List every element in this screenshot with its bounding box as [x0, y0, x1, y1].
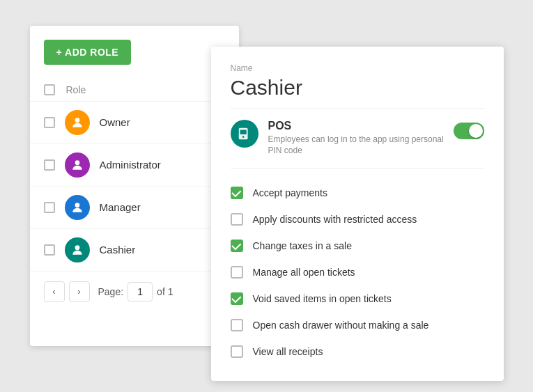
add-role-button[interactable]: + ADD ROLE	[44, 40, 132, 65]
permission-label: Manage all open tickets	[253, 267, 355, 278]
permission-item: Open cash drawer without making a sale	[231, 312, 484, 338]
role-checkbox[interactable]	[44, 159, 55, 171]
role-name-label: Cashier	[100, 244, 136, 256]
role-avatar	[65, 237, 90, 262]
permission-label: Void saved items in open tickets	[253, 293, 392, 304]
permission-label: Open cash drawer without making a sale	[253, 320, 429, 331]
next-page-button[interactable]: ›	[69, 281, 90, 302]
role-checkbox[interactable]	[44, 202, 55, 213]
roles-list-panel: + ADD ROLE Role Owner Administr	[30, 26, 239, 346]
pos-description: Employees can log in to the app using pe…	[268, 134, 454, 157]
permission-item: Change taxes in a sale	[231, 233, 484, 259]
role-checkbox[interactable]	[44, 117, 55, 128]
permission-checkbox[interactable]	[231, 319, 243, 331]
permission-checkbox[interactable]	[231, 213, 243, 226]
svg-point-6	[242, 136, 244, 138]
permission-label: Change taxes in a sale	[253, 240, 352, 251]
pos-title: POS	[268, 120, 454, 132]
svg-point-2	[75, 203, 79, 207]
role-list-item[interactable]: Cashier	[30, 229, 239, 272]
role-avatar	[65, 195, 90, 220]
role-avatar	[65, 110, 90, 135]
permission-label: View all receipts	[253, 346, 323, 357]
role-avatar	[65, 152, 90, 178]
permission-checkbox[interactable]	[231, 266, 243, 279]
prev-page-button[interactable]: ‹	[44, 281, 65, 302]
permission-label: Accept payments	[253, 187, 327, 198]
role-column-header: Role	[66, 84, 86, 95]
role-detail-panel: Name Cashier POS Employees can log in to…	[211, 47, 504, 381]
page-number-input[interactable]	[128, 282, 153, 301]
permission-checkbox[interactable]	[231, 292, 243, 305]
role-list-item[interactable]: Manager	[30, 187, 239, 229]
role-name-label: Manager	[100, 201, 141, 213]
role-name-label: Owner	[100, 116, 130, 128]
svg-point-0	[75, 118, 79, 123]
role-list-item[interactable]: Administrator	[30, 144, 239, 187]
pagination-bar: ‹ › Page: of 1	[30, 272, 239, 312]
role-name-title: Cashier	[231, 76, 484, 109]
page-label: Page:	[98, 286, 124, 297]
role-checkbox[interactable]	[44, 244, 55, 256]
svg-point-1	[75, 160, 79, 165]
permission-item: Apply discounts with restricted access	[231, 206, 484, 233]
permission-item: Manage all open tickets	[231, 259, 484, 285]
permission-label: Apply discounts with restricted access	[253, 214, 417, 225]
permission-checkbox[interactable]	[231, 187, 243, 199]
permissions-list: Accept payments Apply discounts with res…	[231, 180, 484, 365]
permission-item: Accept payments	[231, 180, 484, 206]
roles-list: Owner Administrator Manager	[30, 102, 239, 272]
name-field-label: Name	[231, 63, 484, 73]
svg-point-3	[75, 245, 79, 250]
role-name-label: Administrator	[100, 159, 161, 171]
pos-toggle[interactable]	[454, 123, 484, 139]
permission-checkbox[interactable]	[231, 345, 243, 358]
role-table-header: Role	[30, 79, 239, 102]
pos-info: POS Employees can log in to the app usin…	[268, 120, 454, 157]
permission-item: View all receipts	[231, 338, 484, 365]
permission-item: Void saved items in open tickets	[231, 285, 484, 312]
svg-rect-5	[240, 130, 246, 134]
permission-checkbox[interactable]	[231, 240, 243, 252]
pos-section: POS Employees can log in to the app usin…	[231, 120, 484, 169]
of-label: of 1	[157, 286, 173, 297]
role-list-item[interactable]: Owner	[30, 102, 239, 144]
pos-icon	[231, 120, 258, 148]
header-checkbox[interactable]	[44, 84, 55, 95]
